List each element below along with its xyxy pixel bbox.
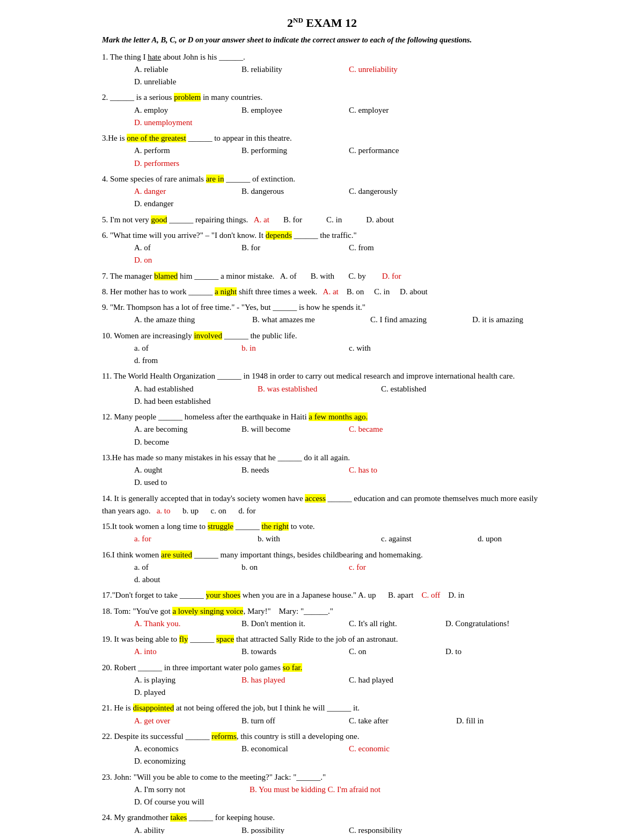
question-20: 20. Robert ______ in three important wat… (102, 662, 542, 699)
question-13: 13.He has made so many mistakes in his e… (102, 452, 542, 489)
question-14: 14. It is generally accepted that in tod… (102, 492, 542, 518)
question-4: 4. Some species of rare animals are in _… (102, 173, 542, 211)
question-6: 6. "What time will you arrive?" – "I don… (102, 229, 542, 267)
question-2: 2. ______ is a serious problem in many c… (102, 91, 542, 129)
question-12: 12. Many people ______ homeless after th… (102, 411, 542, 448)
question-23: 23. John: "Will you be able to come to t… (102, 771, 542, 809)
instructions: Mark the letter A, B, C, or D on your an… (102, 34, 542, 45)
question-19: 19. It was being able to fly ______ spac… (102, 633, 542, 658)
question-24: 24. My grandmother takes ______ for keep… (102, 811, 542, 834)
question-22: 22. Despite its successful ______ reform… (102, 730, 542, 768)
question-16: 16.I think women are suited ______ many … (102, 549, 542, 586)
question-15: 15.It took women a long time to struggle… (102, 520, 542, 546)
question-3: 3.He is one of the greatest ______ to ap… (102, 132, 542, 170)
question-8: 8. Her mother has to work ______ a night… (102, 286, 542, 298)
question-1: 1. The thing I hate about John is his __… (102, 51, 542, 89)
question-10: 10. Women are increasingly involved ____… (102, 330, 542, 367)
question-18: 18. Tom: "You've got a lovely singing vo… (102, 605, 542, 630)
question-21: 21. He is disappointed at not being offe… (102, 702, 542, 727)
question-11: 11. The World Health Organization ______… (102, 370, 542, 408)
page-title: 2ND EXAM 12 (102, 16, 542, 30)
question-9: 9. "Mr. Thompson has a lot of free time.… (102, 301, 542, 327)
question-5: 5. I'm not very good ______ repairing th… (102, 214, 542, 226)
question-17: 17."Don't forget to take ______ your sho… (102, 589, 542, 601)
question-7: 7. The manager blamed him ______ a minor… (102, 270, 542, 282)
